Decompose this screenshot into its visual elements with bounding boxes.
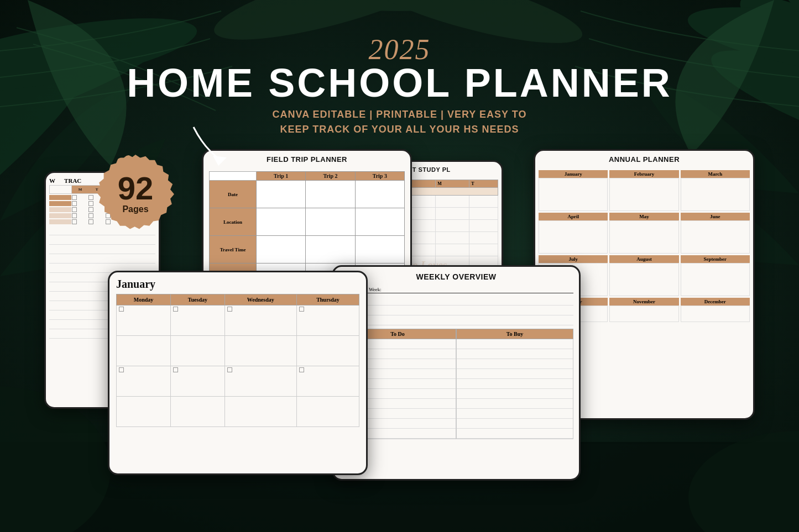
field-trip-title: FIELD TRIP PLANNER: [203, 151, 410, 168]
badge-number: 92: [118, 172, 154, 204]
month-nov-label: November: [609, 298, 678, 305]
row-date: Date: [210, 181, 257, 208]
row-travel-time: Travel Time: [210, 236, 257, 264]
annual-month-feb: February: [609, 170, 678, 211]
annual-month-apr: April: [539, 213, 608, 254]
subtitle: CANVA EDITABLE | PRINTABLE | VERY EASY T…: [0, 107, 799, 137]
tobuy-header: To Buy: [456, 329, 573, 339]
month-sep-label: September: [681, 255, 750, 263]
annual-month-dec: December: [681, 298, 750, 322]
month-apr-label: April: [539, 213, 608, 220]
weekly-title: WEEKLY OVERVIEW: [333, 267, 579, 283]
annual-month-nov: November: [609, 298, 678, 322]
annual-month-may: May: [609, 213, 678, 254]
month-mar-label: March: [681, 170, 750, 178]
main-title: HOME SCHOOL PLANNER: [0, 63, 799, 103]
subtitle-line2: KEEP TRACK OF YOUR ALL YOUR HS NEEDS: [280, 124, 519, 135]
day-tuesday: Tuesday: [171, 294, 224, 305]
month-jun-label: June: [681, 213, 750, 220]
month-may-label: May: [609, 213, 678, 220]
day-thursday: Thursday: [296, 294, 359, 305]
month-aug-label: August: [609, 255, 678, 263]
card-weekly-overview: WEEKLY OVERVIEW Goals For The Week: To D…: [332, 265, 581, 481]
trip-col-2: Trip 2: [306, 172, 355, 181]
month-dec-label: December: [681, 298, 750, 305]
annual-month-sep: September: [681, 255, 750, 296]
hero-section: 2025 HOME SCHOOL PLANNER CANVA EDITABLE …: [0, 33, 799, 137]
month-feb-label: February: [609, 170, 678, 178]
day-monday: Monday: [117, 294, 171, 305]
card-january: January Monday Tuesday Wednesday Thursda…: [108, 271, 368, 475]
trip-col-3: Trip 3: [355, 172, 404, 181]
row-location: Location: [210, 208, 257, 236]
badge-label: Pages: [122, 204, 148, 214]
annual-month-aug: August: [609, 255, 678, 296]
month-jul-label: July: [539, 255, 608, 263]
us-t-header: T: [469, 180, 498, 188]
goals-label: Goals For The Week:: [339, 287, 573, 292]
subtitle-line1: CANVA EDITABLE | PRINTABLE | VERY EASY T…: [273, 109, 527, 120]
trip-col-1: Trip 1: [257, 172, 306, 181]
annual-month-mar: March: [681, 170, 750, 211]
us-m-header: M: [436, 180, 469, 188]
annual-month-jan: January: [539, 170, 608, 211]
annual-title: ANNUAL PLANNER: [535, 151, 753, 168]
annual-month-jun: June: [681, 213, 750, 254]
january-title: January: [116, 278, 359, 291]
month-jan-label: January: [539, 170, 608, 178]
day-wednesday: Wednesday: [224, 294, 296, 305]
pages-badge: 92 Pages: [97, 155, 174, 232]
